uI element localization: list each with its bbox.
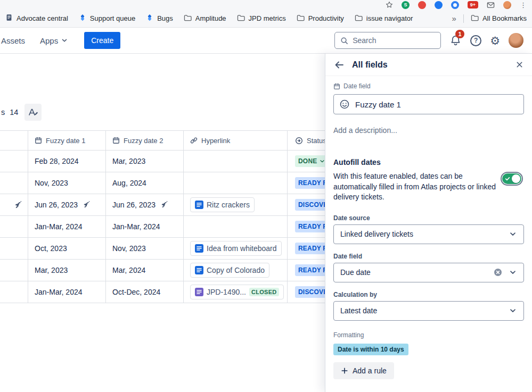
formatting-rule-badge[interactable]: Date is within 10 days — [333, 344, 408, 355]
close-icon[interactable] — [515, 61, 523, 69]
cell-hyperlink[interactable] — [184, 216, 288, 237]
cell-fuzzy-date-2[interactable]: Mar, 2023 — [106, 151, 184, 172]
app-header: Assets Apps Create 1 ? ⚙ — [0, 28, 532, 54]
cell-fuzzy-date-1[interactable]: Feb 28, 2024 — [28, 151, 106, 172]
notifications-bell-icon[interactable]: 1 — [449, 35, 462, 47]
cell-hyperlink[interactable]: JPD-1490... CLOSED — [184, 281, 288, 303]
extension-icon[interactable] — [418, 1, 426, 9]
date-source-select[interactable]: Linked delivery tickets — [333, 224, 524, 244]
notification-badge: 1 — [455, 30, 464, 38]
table-row[interactable]: Feb 28, 2024 Mar, 2023 DONE — [0, 151, 352, 172]
autofill-toggle[interactable] — [502, 173, 521, 184]
bookmark-support-queue[interactable]: Support queue — [79, 14, 135, 23]
cell-hyperlink[interactable]: Copy of Colorado — [184, 260, 288, 281]
chevron-down-icon — [61, 37, 68, 44]
help-icon[interactable]: ? — [470, 35, 481, 46]
bookmark-folder-issue-navigator[interactable]: issue navigator — [355, 14, 413, 23]
cell-hyperlink[interactable]: Ritz crackers — [184, 194, 288, 215]
cell-fuzzy-date-1[interactable]: Jan-Mar, 2024 — [28, 281, 106, 303]
user-avatar[interactable] — [509, 33, 523, 48]
divider — [463, 14, 464, 23]
search-icon — [340, 37, 348, 45]
bookmark-folder-productivity[interactable]: Productivity — [297, 14, 344, 23]
field-type-label: Date field — [333, 82, 524, 90]
idea-doc-icon — [195, 266, 203, 274]
table-header-fuzzy-date-1[interactable]: Fuzzy date 1 — [28, 131, 106, 150]
settings-gear-icon[interactable]: ⚙ — [490, 35, 500, 46]
folder-icon — [297, 14, 305, 23]
table-row[interactable]: Jan-Mar, 2024 Jan-Mar, 2024 READY FO — [0, 216, 352, 238]
status-dropdown[interactable]: DONE — [295, 155, 329, 167]
nav-apps-dropdown[interactable]: Apps — [40, 36, 68, 45]
cell-delivery[interactable] — [0, 194, 28, 215]
cell-fuzzy-date-1[interactable]: Oct, 2023 — [28, 238, 106, 259]
cell-fuzzy-date-1[interactable]: Jan-Mar, 2024 — [28, 216, 106, 237]
search-input[interactable] — [353, 36, 435, 45]
fields-toolbar: s 14 — [1, 104, 42, 121]
cell-fuzzy-date-1[interactable]: Nov, 2023 — [28, 172, 106, 194]
hyperlink-chip[interactable]: Ritz crackers — [190, 197, 255, 212]
browser-profile-avatar[interactable] — [503, 1, 511, 9]
extension-icon[interactable] — [435, 1, 443, 9]
extension-icon[interactable] — [451, 1, 459, 9]
bookmark-bugs[interactable]: Bugs — [146, 14, 173, 23]
fields-count-control[interactable]: s 14 — [1, 108, 18, 116]
bookmark-folder-jpd-metrics[interactable]: JPD metrics — [237, 14, 286, 23]
calendar-icon — [35, 137, 42, 144]
date-source-label: Date source — [333, 214, 524, 222]
table-row[interactable]: Oct, 2023 Nov, 2023 Idea from whiteboard… — [0, 238, 352, 260]
extension-badge-icon[interactable]: 9+ — [468, 1, 478, 9]
hyperlink-chip[interactable]: Idea from whiteboard — [190, 241, 282, 256]
cell-fuzzy-date-2[interactable]: Jan-Mar, 2024 — [106, 216, 184, 237]
table-header-hyperlink[interactable]: Hyperlink — [184, 131, 288, 150]
cell-fuzzy-date-2[interactable]: Oct-Dec, 2024 — [106, 281, 184, 303]
nav-assets[interactable]: Assets — [1, 36, 25, 45]
mail-icon[interactable] — [487, 1, 495, 9]
bookmark-folder-amplitude[interactable]: Amplitude — [184, 14, 226, 23]
back-arrow-icon[interactable] — [334, 60, 345, 70]
table-row[interactable]: Mar, 2023 Mar, 2024 Copy of Colorado REA… — [0, 260, 352, 281]
table-header-row: Fuzzy date 1 Fuzzy date 2 Hyperlink Stat… — [0, 130, 352, 151]
ideas-table: Fuzzy date 1 Fuzzy date 2 Hyperlink Stat… — [0, 130, 352, 303]
bookmark-star-icon[interactable] — [386, 1, 393, 9]
cell-fuzzy-date-2[interactable]: Aug, 2024 — [106, 172, 184, 194]
date-field-select[interactable]: Due date — [333, 263, 524, 282]
field-rename-icon — [28, 107, 38, 118]
cell-fuzzy-date-2[interactable]: Nov, 2023 — [106, 238, 184, 259]
table-header-fuzzy-date-2[interactable]: Fuzzy date 2 — [106, 131, 184, 150]
table-row[interactable]: Jun 26, 2023 Jun 26, 2023 Ritz crackers … — [0, 194, 352, 216]
emoji-picker-icon[interactable] — [339, 99, 350, 110]
bookmarks-overflow-chevron[interactable]: » — [452, 14, 456, 23]
description-placeholder[interactable]: Add a description... — [333, 126, 524, 135]
search-box[interactable] — [334, 32, 441, 49]
field-name-input[interactable]: Fuzzy date 1 — [333, 94, 524, 114]
cell-hyperlink[interactable] — [184, 151, 288, 172]
calculation-by-select[interactable]: Latest date — [333, 301, 524, 321]
all-bookmarks-button[interactable]: All Bookmarks — [471, 14, 527, 23]
cell-fuzzy-date-2[interactable]: Jun 26, 2023 — [106, 194, 184, 215]
table-row[interactable]: Nov, 2023 Aug, 2024 READY FO — [0, 172, 352, 194]
browser-menu-icon[interactable]: ⋮ — [520, 2, 527, 9]
clear-selection-icon[interactable] — [494, 268, 502, 277]
cell-hyperlink[interactable] — [184, 172, 288, 194]
create-button[interactable]: Create — [84, 32, 120, 49]
formatting-label: Formatting — [333, 331, 524, 339]
idea-doc-icon — [195, 244, 203, 253]
calculation-by-label: Calculation by — [333, 291, 524, 298]
toggle-knob — [512, 174, 520, 183]
add-rule-button[interactable]: Add a rule — [333, 362, 394, 379]
bookmark-advocate-central[interactable]: Advocate central — [5, 14, 68, 23]
hyperlink-chip[interactable]: Copy of Colorado — [190, 263, 269, 278]
rename-fields-button[interactable] — [24, 104, 42, 121]
table-row[interactable]: Jan-Mar, 2024 Oct-Dec, 2024 JPD-1490... … — [0, 281, 352, 303]
extension-icon[interactable]: S — [402, 1, 410, 9]
cell-fuzzy-date-1[interactable]: Mar, 2023 — [28, 260, 106, 281]
hyperlink-chip[interactable]: JPD-1490... CLOSED — [190, 285, 284, 299]
cell-hyperlink[interactable]: Idea from whiteboard — [184, 238, 288, 259]
screen: S 9+ ⋮ Advocate central Support queue Bu… — [0, 0, 532, 392]
delivery-ticket-icon — [195, 288, 203, 296]
cell-fuzzy-date-2[interactable]: Mar, 2024 — [106, 260, 184, 281]
panel-header: All fields — [325, 54, 532, 76]
idea-doc-icon — [195, 201, 203, 209]
cell-fuzzy-date-1[interactable]: Jun 26, 2023 — [28, 194, 106, 215]
